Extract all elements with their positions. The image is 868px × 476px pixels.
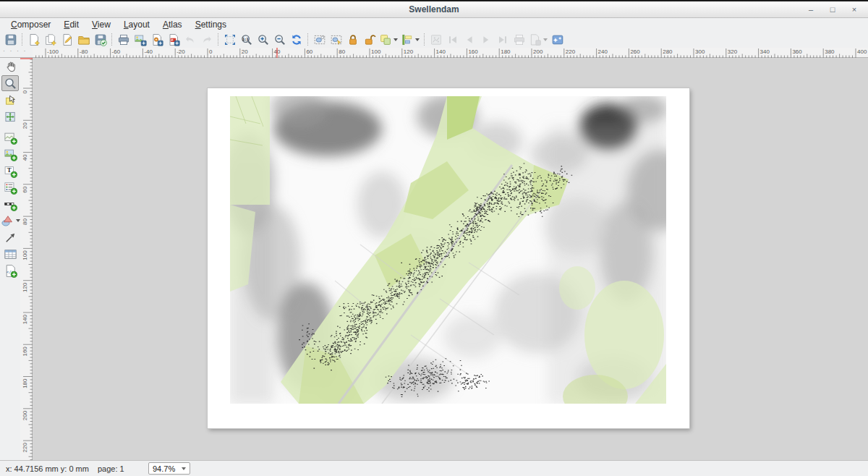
- print-icon: [117, 33, 130, 46]
- cursor-coordinates: x: 44.7156 mm y: 0 mm: [6, 464, 98, 473]
- export-image-button[interactable]: [132, 32, 148, 47]
- menu-atlas[interactable]: Atlas: [156, 19, 189, 31]
- export-svg-icon: [150, 33, 163, 46]
- zoom-out-button[interactable]: [271, 32, 288, 47]
- atlas-preview-icon: [430, 33, 443, 46]
- atlas-settings-button[interactable]: [549, 32, 566, 47]
- move-item-content-button[interactable]: [1, 109, 19, 124]
- svg-text:0: 0: [209, 48, 213, 55]
- align-items-button[interactable]: [399, 32, 421, 47]
- menu-settings[interactable]: Settings: [189, 19, 233, 31]
- refresh-view-button[interactable]: [288, 32, 305, 47]
- export-svg-button[interactable]: [148, 32, 165, 47]
- svg-text:80: 80: [22, 218, 28, 225]
- svg-text:400: 400: [857, 48, 867, 55]
- toolbar-separator: [307, 33, 308, 46]
- chevron-down-icon[interactable]: [16, 219, 20, 222]
- chevron-down-icon[interactable]: [543, 38, 548, 41]
- add-legend-button[interactable]: [1, 179, 19, 195]
- chevron-down-icon: [182, 467, 186, 470]
- add-label-icon: T: [4, 164, 17, 178]
- zoom-in-button[interactable]: [255, 32, 271, 47]
- zoom-full-button[interactable]: [221, 32, 238, 47]
- zoom-one-to-one-button[interactable]: 1:1: [238, 32, 255, 47]
- add-attribute-table-button[interactable]: [1, 246, 19, 262]
- undo-icon: [184, 33, 197, 46]
- zoom-in-icon: [257, 33, 270, 46]
- print-button[interactable]: [115, 32, 132, 47]
- deselect-all-icon: [330, 33, 343, 46]
- page-indicator: page: 1: [98, 464, 142, 473]
- add-arrow-button[interactable]: [1, 229, 19, 245]
- zoom-level-combobox[interactable]: 94.7%: [148, 462, 190, 475]
- atlas-export-button: [527, 32, 549, 47]
- pan-icon: [4, 60, 17, 74]
- select-all-button[interactable]: [311, 32, 328, 47]
- svg-text:40: 40: [22, 154, 28, 161]
- align-items-icon: [401, 33, 414, 46]
- add-label-button[interactable]: T: [1, 163, 19, 179]
- atlas-last-icon: [496, 33, 509, 46]
- composer-manager-button[interactable]: [59, 32, 75, 47]
- add-scalebar-button[interactable]: [1, 196, 19, 212]
- svg-text:200: 200: [533, 48, 543, 55]
- svg-text:320: 320: [728, 48, 738, 55]
- new-composer-button[interactable]: [25, 32, 42, 47]
- raise-items-button[interactable]: [378, 32, 399, 47]
- zoom-one-to-one-icon: 1:1: [240, 33, 253, 46]
- lock-items-button[interactable]: [344, 32, 361, 47]
- window-controls: – □ ×: [806, 1, 859, 17]
- save-template-button[interactable]: [92, 32, 109, 47]
- toolbar-separator: [22, 33, 22, 46]
- select-move-item-button[interactable]: [1, 92, 19, 108]
- svg-text:100: 100: [371, 48, 381, 55]
- toolbar-separator: [424, 33, 425, 46]
- duplicate-composer-button[interactable]: [42, 32, 59, 47]
- redo-button: [198, 32, 215, 47]
- save-project-button[interactable]: [2, 32, 19, 47]
- chevron-down-icon[interactable]: [393, 38, 398, 41]
- map-item[interactable]: [230, 96, 666, 404]
- svg-text:160: 160: [468, 48, 478, 55]
- toolbar-group: [2, 32, 19, 47]
- item-toolbar: T</>: [0, 58, 20, 460]
- add-image-icon: [4, 148, 17, 161]
- svg-text:240: 240: [598, 48, 608, 55]
- menu-composer[interactable]: Composer: [4, 19, 57, 31]
- add-map-button[interactable]: [1, 129, 19, 145]
- zoom-full-icon: [224, 33, 237, 46]
- add-shape-icon: [1, 214, 14, 228]
- close-button[interactable]: ×: [849, 5, 859, 14]
- menu-edit[interactable]: Edit: [57, 19, 85, 31]
- unlock-items-button[interactable]: [361, 32, 378, 47]
- svg-text:-80: -80: [80, 48, 88, 55]
- minimize-button[interactable]: –: [806, 5, 816, 14]
- status-bar: x: 44.7156 mm y: 0 mm page: 1 94.7%: [0, 460, 868, 476]
- menu-layout[interactable]: Layout: [117, 19, 156, 31]
- menu-view[interactable]: View: [85, 19, 117, 31]
- redo-icon: [200, 33, 213, 46]
- chevron-down-icon[interactable]: [415, 38, 420, 41]
- pan-button[interactable]: [1, 59, 19, 75]
- add-html-frame-button[interactable]: </>: [1, 263, 19, 279]
- svg-text:20: 20: [242, 48, 248, 55]
- svg-text:380: 380: [825, 48, 835, 55]
- zoom-tool-button[interactable]: [1, 75, 19, 91]
- svg-text:100: 100: [22, 250, 28, 260]
- save-project-icon: [4, 33, 17, 46]
- add-arrow-icon: [4, 231, 17, 245]
- add-image-button[interactable]: [1, 146, 19, 162]
- page[interactable]: [208, 88, 689, 428]
- export-pdf-button[interactable]: [165, 32, 182, 47]
- deselect-all-button[interactable]: [328, 32, 344, 47]
- composition-canvas[interactable]: [33, 58, 868, 460]
- load-template-button[interactable]: [75, 32, 92, 47]
- add-scalebar-icon: [4, 197, 17, 211]
- atlas-prev-button: [461, 32, 477, 47]
- maximize-button[interactable]: □: [827, 5, 838, 14]
- add-shape-button[interactable]: [1, 213, 19, 229]
- title-bar[interactable]: Swellendam – □ ×: [0, 0, 868, 18]
- unlock-items-icon: [363, 33, 376, 46]
- svg-text:60: 60: [22, 186, 28, 192]
- svg-text:220: 220: [566, 48, 576, 55]
